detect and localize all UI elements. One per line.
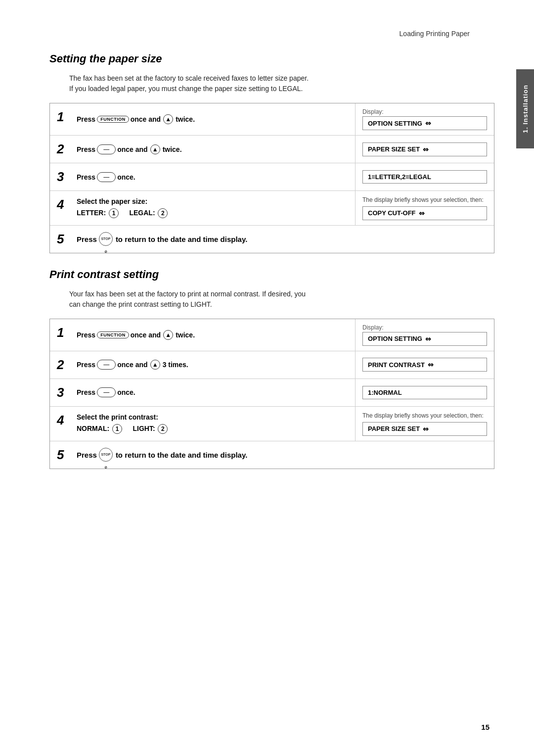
side-tab-label: 1. Installation [522,85,529,133]
s2-step4-row: 4 Select the print contrast: NORMAL: 1 L… [50,407,494,441]
step4-number: 4 [50,191,75,225]
step2-display: PAPER SIZE SET ⇔ [356,136,494,163]
nav-key-icon: ― [97,144,116,154]
s2-step5-row: 5 Press STOP⊘ to return to the date and … [50,441,494,469]
section-paper-size: Setting the paper size The fax has been … [49,52,494,253]
header-text: Loading Printing Paper [400,30,470,38]
step3-number: 3 [50,163,75,190]
s2-function-key-icon: FUNCTION [97,331,129,338]
s2-step2-number: 2 [50,351,75,378]
section1-steps: 1 Press FUNCTION once and ▲ twice. Displ… [49,103,494,253]
step2-content: Press ― once and ▲ twice. [75,136,356,163]
s2-step3-content: Press ― once. [75,379,356,406]
step4-display: The display briefly shows your selection… [356,191,494,225]
page-number: 15 [481,723,490,731]
section1-title: Setting the paper size [49,52,494,65]
step1-display: Display: OPTION SETTING ⇔ [356,103,494,135]
s2-nav-key-icon: ― [97,360,116,370]
up-key-icon: ▲ [163,114,173,124]
s2-step3-display: 1:NORMAL [356,379,494,406]
s2-step1-content: Press FUNCTION once and ▲ twice. [75,319,356,351]
step5-content: Press STOP⊘ to return to the date and ti… [75,226,494,253]
step3-display: 1=LETTER,2=LEGAL [356,163,494,190]
step5-row: 5 Press STOP⊘ to return to the date and … [50,226,494,253]
page-header: Loading Printing Paper [49,30,494,38]
step1-number: 1 [50,103,75,135]
s2-step2-display: PRINT CONTRAST ⇔ [356,351,494,378]
s2-step4-number: 4 [50,407,75,441]
step2-number: 2 [50,136,75,163]
step1-row: 1 Press FUNCTION once and ▲ twice. Displ… [50,103,494,136]
up-key-icon2: ▲ [150,144,160,154]
s2-up-key-icon: ▲ [163,330,173,340]
s2-step5-number: 5 [50,441,75,469]
section2-title: Print contrast setting [49,268,494,281]
step4-row: 4 Select the paper size: LETTER: 1 LEGAL… [50,191,494,226]
section-print-contrast: Print contrast setting Your fax has been… [49,268,494,469]
step3-row: 3 Press ― once. 1=LETTER,2=LEGAL [50,163,494,191]
s2-up-key-icon2: ▲ [150,360,160,370]
stop-key-icon: STOP⊘ [99,232,113,246]
side-tab: 1. Installation [516,69,534,148]
s2-step2-content: Press ― once and ▲ 3 times. [75,351,356,378]
nav-key-icon3: ― [97,172,116,182]
section1-intro: The fax has been set at the factory to s… [69,73,494,94]
s2-nav-key-icon3: ― [97,387,116,397]
letter-key-icon: 1 [109,208,119,218]
step5-number: 5 [50,226,75,253]
s2-step3-row: 3 Press ― once. 1:NORMAL [50,379,494,407]
page: 1. Installation Loading Printing Paper S… [0,0,534,756]
function-key-icon: FUNCTION [97,116,129,123]
step3-content: Press ― once. [75,163,356,190]
section2-steps: 1 Press FUNCTION once and ▲ twice. Displ… [49,319,494,469]
light-key-icon: 2 [158,424,168,434]
s2-step4-display: The display briefly shows your selection… [356,407,494,441]
step1-content: Press FUNCTION once and ▲ twice. [75,103,356,135]
s2-step1-display: Display: OPTION SETTING ⇔ [356,319,494,351]
s2-step1-row: 1 Press FUNCTION once and ▲ twice. Displ… [50,319,494,351]
s2-step2-row: 2 Press ― once and ▲ 3 times. PRINT CONT… [50,351,494,379]
step2-row: 2 Press ― once and ▲ twice. PAPER SIZE S… [50,136,494,163]
s2-stop-key-icon: STOP⊘ [99,448,113,462]
s2-step4-content: Select the print contrast: NORMAL: 1 LIG… [75,407,356,441]
normal-key-icon: 1 [112,424,122,434]
s2-step3-number: 3 [50,379,75,406]
legal-key-icon: 2 [158,208,168,218]
s2-step1-number: 1 [50,319,75,351]
section2-intro: Your fax has been set at the factory to … [69,289,494,310]
step4-content: Select the paper size: LETTER: 1 LEGAL: … [75,191,356,225]
s2-step5-content: Press STOP⊘ to return to the date and ti… [75,441,494,469]
